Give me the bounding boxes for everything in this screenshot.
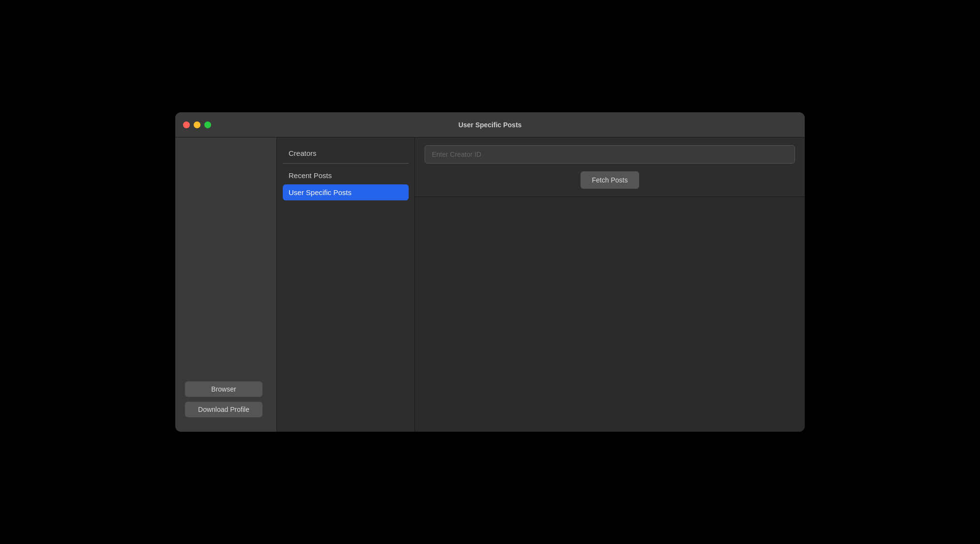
nav-panel: Creators Recent Posts User Specific Post…: [277, 137, 415, 432]
titlebar: User Specific Posts: [175, 112, 805, 137]
browser-button[interactable]: Browser: [185, 381, 262, 397]
main-content: Browser Download Profile Creators Recent…: [175, 137, 805, 432]
download-profile-button[interactable]: Download Profile: [185, 402, 262, 417]
nav-item-creators[interactable]: Creators: [283, 145, 409, 164]
app-window: User Specific Posts Browser Download Pro…: [175, 112, 805, 432]
nav-item-user-specific-posts[interactable]: User Specific Posts: [283, 184, 409, 200]
fetch-posts-button[interactable]: Fetch Posts: [581, 171, 640, 189]
close-button[interactable]: [183, 121, 190, 128]
creator-id-input[interactable]: [425, 145, 795, 164]
left-sidebar: Browser Download Profile: [175, 137, 277, 432]
minimize-button[interactable]: [194, 121, 200, 128]
nav-item-recent-posts[interactable]: Recent Posts: [283, 167, 409, 183]
traffic-lights: [183, 121, 211, 128]
maximize-button[interactable]: [204, 121, 211, 128]
content-top: Fetch Posts: [415, 137, 805, 197]
fetch-row: Fetch Posts: [425, 171, 795, 189]
content-panel: Fetch Posts: [415, 137, 805, 432]
window-title: User Specific Posts: [459, 121, 522, 129]
posts-results-area: [415, 197, 805, 432]
